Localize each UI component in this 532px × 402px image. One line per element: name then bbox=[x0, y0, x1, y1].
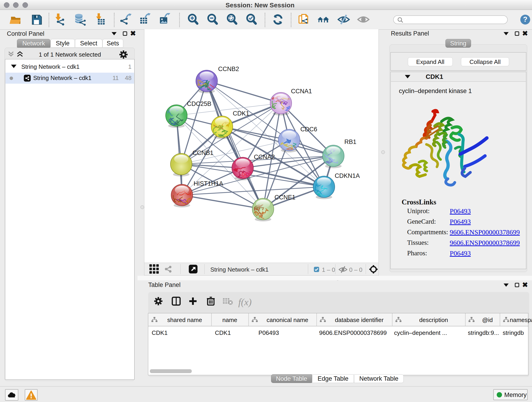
svg-text:CCNA2: CCNA2 bbox=[254, 153, 275, 160]
svg-text:CCNE1: CCNE1 bbox=[274, 194, 296, 201]
svg-text:CDC25B: CDC25B bbox=[187, 100, 211, 107]
svg-text:CCNA1: CCNA1 bbox=[291, 88, 312, 95]
svg-text:CCNB1: CCNB1 bbox=[192, 149, 214, 156]
svg-text:RB1: RB1 bbox=[344, 138, 356, 145]
svg-text:CCNB2: CCNB2 bbox=[218, 65, 239, 72]
svg-text:CDKN1A: CDKN1A bbox=[335, 172, 360, 179]
svg-text:HIST1H1A: HIST1H1A bbox=[194, 180, 223, 187]
svg-text:CDC6: CDC6 bbox=[300, 126, 317, 133]
svg-text:CDK1: CDK1 bbox=[233, 110, 249, 117]
